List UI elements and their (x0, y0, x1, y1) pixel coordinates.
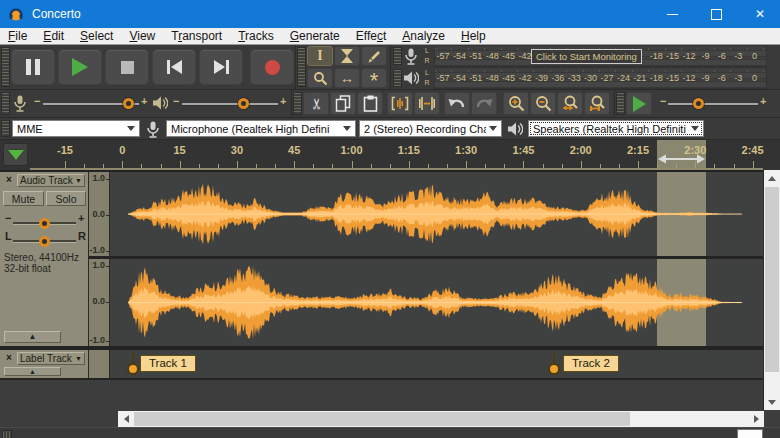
copy-button[interactable] (330, 92, 356, 115)
label-track-content[interactable]: Track 1Track 2 (110, 350, 763, 378)
menu-item-generate[interactable]: Generate (282, 29, 348, 43)
selection-toolbar-grabber[interactable] (2, 430, 12, 438)
recording-meter-grabber[interactable] (393, 47, 402, 65)
play-at-speed-grabber[interactable] (616, 92, 625, 115)
scroll-up-button[interactable] (764, 170, 780, 186)
audio-host-select[interactable]: MME (12, 120, 140, 137)
track-title-menu[interactable]: Audio Track ▼ (17, 174, 85, 187)
skip-to-end-button[interactable] (199, 49, 243, 85)
recording-meter-scale[interactable]: Click to Start Monitoring -57-54-51-48-4… (434, 45, 767, 67)
minimize-button[interactable] (652, 0, 692, 28)
menu-item-analyze[interactable]: Analyze (394, 29, 453, 43)
cut-button[interactable]: ✂ (303, 92, 329, 115)
vertical-scrollbar-thumb[interactable] (765, 187, 779, 372)
track-title-menu[interactable]: Label Track ▼ (17, 352, 85, 365)
recording-device-select[interactable]: Microphone (Realtek High Defini (166, 120, 356, 137)
edit-toolbar-grabber[interactable] (293, 92, 302, 115)
meter-right-label: R (422, 78, 432, 88)
zoom-to-selection-button[interactable] (557, 92, 583, 115)
gain-slider[interactable] (13, 222, 76, 225)
playback-volume-thumb[interactable] (238, 98, 249, 109)
silence-audio-button[interactable] (414, 92, 440, 115)
horizontal-scrollbar-thumb[interactable] (134, 412, 630, 426)
waveform-area[interactable] (110, 172, 763, 346)
selection-tool-button[interactable]: I (307, 46, 333, 66)
input-device-icon (146, 121, 160, 138)
draw-tool-button[interactable] (361, 46, 387, 66)
recording-volume-thumb[interactable] (123, 98, 134, 109)
track-label[interactable]: Track 2 (563, 355, 619, 372)
monitoring-overlay[interactable]: Click to Start Monitoring (531, 49, 642, 64)
scroll-left-button[interactable] (118, 411, 134, 427)
menu-item-select[interactable]: Select (72, 29, 121, 43)
time-shift-tool-button[interactable]: ↔ (334, 68, 360, 88)
collapse-track-button[interactable]: ▲ (4, 331, 61, 343)
menu-item-transport[interactable]: Transport (163, 29, 230, 43)
zoom-to-fit-button[interactable] (584, 92, 610, 115)
zoom-tool-button[interactable] (307, 68, 333, 88)
stop-icon (121, 61, 134, 74)
collapse-track-button[interactable]: ▲ (4, 367, 61, 376)
stop-button[interactable] (105, 49, 149, 85)
horizontal-scrollbar[interactable] (118, 411, 764, 427)
waveform-right-channel[interactable] (110, 259, 763, 346)
vertical-scrollbar[interactable] (764, 170, 780, 410)
transport-toolbar-grabber[interactable] (1, 47, 10, 87)
menu-item-file[interactable]: File (0, 29, 35, 43)
mixer-toolbar-grabber[interactable] (1, 92, 10, 115)
play-speed-thumb[interactable] (693, 98, 704, 109)
playback-meter-scale[interactable]: -57-54-51-48-45-42-39-36-33-30-27-24-21-… (434, 67, 767, 89)
pause-button[interactable] (11, 49, 55, 85)
play-speed-slider[interactable] (668, 103, 758, 106)
playback-volume-slider[interactable] (182, 103, 278, 106)
mute-button[interactable]: Mute (3, 191, 44, 206)
meter-scale-label: -6 (718, 73, 726, 83)
scroll-down-button[interactable] (764, 394, 780, 410)
maximize-button[interactable] (696, 0, 736, 28)
label-marker-icon[interactable] (553, 353, 555, 374)
close-track-button[interactable]: × (3, 352, 15, 364)
multi-tool-button[interactable]: * (361, 68, 387, 88)
timeline-ruler-content[interactable]: -1501530451:001:151:301:452:002:152:302:… (30, 140, 763, 170)
vertical-scale-right-channel[interactable]: 1.00.0-1.0 (89, 259, 110, 346)
menu-item-edit[interactable]: Edit (35, 29, 72, 43)
track-label[interactable]: Track 1 (140, 355, 196, 372)
pan-slider-thumb[interactable] (39, 236, 50, 247)
timeline-options-button[interactable] (3, 143, 28, 166)
vertical-scale-left-channel[interactable]: 1.00.0-1.0 (89, 172, 110, 256)
play-button[interactable] (58, 49, 102, 85)
recording-channels-select[interactable]: 2 (Stereo) Recording Channels (359, 120, 502, 137)
playback-device-select[interactable]: Speakers (Realtek High Definiti (528, 120, 704, 137)
meter-scale-label: -18 (650, 73, 663, 83)
waveform-left-channel[interactable] (110, 172, 763, 256)
playback-meter-grabber[interactable] (393, 69, 402, 87)
meter-scale-label: -39 (535, 73, 548, 83)
pan-slider[interactable] (13, 240, 76, 243)
meter-scale-label: -57 (436, 51, 449, 61)
menu-item-help[interactable]: Help (453, 29, 494, 43)
zoom-out-button[interactable] (530, 92, 556, 115)
close-track-button[interactable]: × (3, 174, 15, 186)
timeline-tick (352, 161, 353, 168)
device-toolbar-grabber[interactable] (1, 120, 10, 137)
menu-item-tracks[interactable]: Tracks (230, 29, 282, 43)
envelope-tool-button[interactable] (334, 46, 360, 66)
label-marker-icon[interactable] (132, 353, 134, 374)
tools-toolbar-grabber[interactable] (297, 47, 306, 87)
close-button[interactable]: ✕ (740, 0, 780, 28)
play-at-speed-button[interactable] (626, 92, 652, 115)
paste-button[interactable] (357, 92, 383, 115)
record-button[interactable] (250, 49, 294, 85)
meter-scale-label: 0 (752, 73, 757, 83)
menu-item-effect[interactable]: Effect (348, 29, 394, 43)
solo-button[interactable]: Solo (46, 191, 86, 206)
timeline-tick (657, 164, 658, 168)
undo-button[interactable] (444, 92, 470, 115)
redo-button[interactable] (471, 92, 497, 115)
zoom-in-button[interactable] (503, 92, 529, 115)
gain-slider-thumb[interactable] (39, 218, 50, 229)
scroll-right-button[interactable] (748, 411, 764, 427)
trim-audio-button[interactable] (387, 92, 413, 115)
skip-to-start-button[interactable] (152, 49, 196, 85)
menu-item-view[interactable]: View (121, 29, 163, 43)
